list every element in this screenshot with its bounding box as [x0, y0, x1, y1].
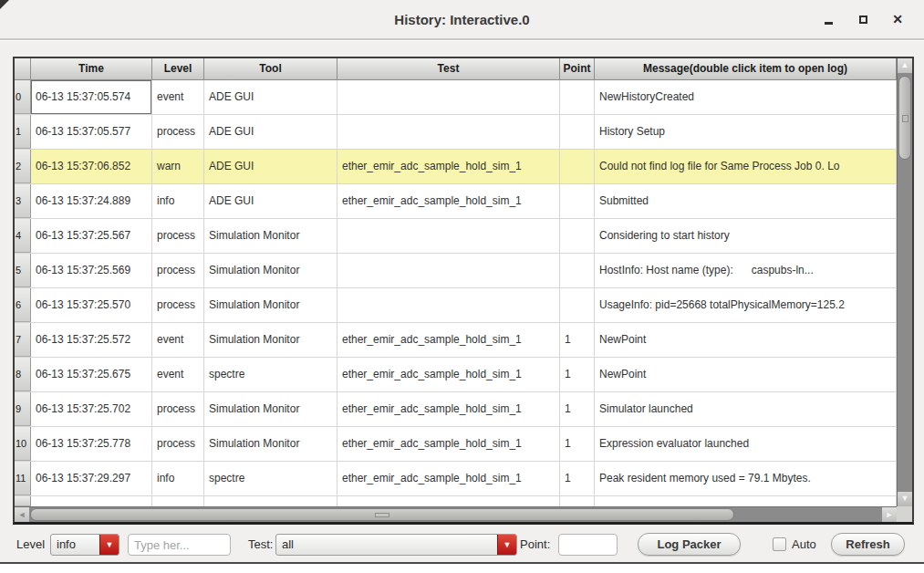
cell-level[interactable]: event [152, 323, 204, 357]
table-row[interactable]: 506-13 15:37:25.569processSimulation Mon… [15, 254, 897, 288]
cell-message[interactable]: Submitted [595, 184, 897, 218]
cell-tool[interactable]: Simulation Monitor [204, 288, 337, 322]
cell-point[interactable] [560, 150, 595, 183]
cell-test[interactable] [337, 288, 560, 322]
cell-level[interactable]: event [152, 358, 204, 391]
cell-message[interactable]: NewHistoryCreated [595, 80, 897, 114]
cell-level[interactable]: info [152, 462, 204, 495]
log-packer-button[interactable]: Log Packer [638, 533, 741, 556]
column-header-level[interactable]: Level [152, 58, 204, 79]
cell-time[interactable]: 06-13 15:37:25.778 [31, 427, 152, 461]
cell-time[interactable]: 06-13 15:37:05.574 [31, 80, 152, 114]
cell-level[interactable]: process [152, 115, 204, 149]
cell-level[interactable]: process [152, 392, 204, 426]
table-row[interactable]: 906-13 15:37:25.702processSimulation Mon… [15, 392, 897, 427]
cell-message[interactable]: NewPoint [595, 358, 897, 391]
auto-checkbox[interactable] [773, 537, 786, 551]
level-dropdown[interactable]: info ▼ [50, 534, 119, 556]
column-header-message[interactable]: Message(double click item to open log) [595, 58, 897, 79]
cell-message[interactable]: Peak resident memory used = 79.1 Mbytes. [595, 462, 897, 495]
cell-message[interactable]: Expression evaluator launched [595, 427, 897, 461]
cell-tool[interactable]: Simulation Monitor [204, 323, 337, 357]
close-button[interactable]: ✕ [888, 9, 908, 29]
cell-message[interactable]: Considering to start history [595, 219, 897, 253]
cell-message[interactable]: Could not find log file for Same Process… [595, 150, 897, 183]
cell-level[interactable]: event [152, 80, 204, 114]
cell-point[interactable] [560, 115, 595, 149]
cell-tool[interactable]: spectre [204, 358, 337, 391]
cell-time[interactable]: 06-13 15:37:06.852 [31, 150, 152, 183]
table-row[interactable]: 206-13 15:37:06.852warnADE GUIether_emir… [15, 150, 897, 184]
column-header-test[interactable]: Test [337, 58, 560, 79]
cell-test[interactable] [337, 115, 560, 149]
cell-point[interactable]: 1 [560, 392, 595, 426]
cell-point[interactable] [560, 288, 595, 322]
cell-level[interactable]: process [152, 288, 204, 322]
cell-test[interactable] [337, 254, 560, 287]
minimize-button[interactable] [818, 9, 838, 29]
maximize-button[interactable] [853, 9, 873, 29]
table-row[interactable]: 1006-13 15:37:25.778processSimulation Mo… [15, 427, 897, 462]
table-row[interactable]: 1106-13 15:37:29.297infospectreether_emi… [15, 462, 897, 496]
cell-level[interactable]: process [152, 254, 204, 287]
cell-test[interactable]: ether_emir_adc_sample_hold_sim_1 [337, 184, 560, 218]
cell-point[interactable] [560, 184, 595, 218]
cell-time[interactable]: 06-13 15:37:24.889 [31, 184, 152, 218]
refresh-button[interactable]: Refresh [831, 533, 905, 556]
cell-message[interactable]: History Setup [595, 115, 897, 149]
cell-test[interactable]: ether_emir_adc_sample_hold_sim_1 [337, 150, 560, 183]
cell-time[interactable]: 06-13 15:37:05.577 [31, 115, 152, 149]
scroll-up-icon[interactable]: ▲ [898, 58, 912, 73]
chevron-down-icon[interactable]: ▼ [497, 535, 516, 555]
cell-test[interactable] [337, 80, 560, 114]
cell-time[interactable]: 06-13 15:37:25.675 [31, 358, 152, 391]
column-header-index[interactable] [15, 58, 31, 79]
cell-time[interactable]: 06-13 15:37:25.702 [31, 392, 152, 426]
cell-point[interactable]: 1 [560, 462, 595, 495]
table-row[interactable]: 106-13 15:37:05.577processADE GUIHistory… [15, 115, 897, 150]
cell-tool[interactable]: Simulation Monitor [204, 254, 337, 287]
cell-tool[interactable]: ADE GUI [204, 80, 337, 114]
cell-time[interactable]: 06-13 15:37:25.569 [31, 254, 152, 287]
table-row[interactable]: 806-13 15:37:25.675eventspectreether_emi… [15, 358, 897, 392]
cell-level[interactable]: info [152, 184, 204, 218]
cell-tool[interactable]: Simulation Monitor [204, 392, 337, 426]
titlebar[interactable]: History: Interactive.0 ✕ [0, 0, 924, 40]
scroll-left-icon[interactable]: ◄ [15, 507, 29, 522]
scroll-down-icon[interactable]: ▼ [898, 492, 912, 506]
cell-tool[interactable]: Simulation Monitor [204, 427, 337, 461]
cell-level[interactable]: process [152, 219, 204, 253]
cell-message[interactable]: NewPoint [595, 323, 897, 357]
cell-time[interactable]: 06-13 15:37:29.297 [31, 462, 152, 495]
cell-point[interactable] [560, 80, 595, 114]
point-input[interactable] [558, 534, 618, 556]
vertical-scrollbar-thumb[interactable] [898, 76, 911, 160]
cell-point[interactable]: 1 [560, 323, 595, 357]
cell-point[interactable] [560, 254, 595, 287]
chevron-down-icon[interactable]: ▼ [99, 535, 119, 555]
column-header-point[interactable]: Point [560, 58, 595, 79]
cell-time[interactable]: 06-13 15:37:25.567 [31, 219, 152, 253]
table-row[interactable]: 006-13 15:37:05.574eventADE GUINewHistor… [15, 80, 897, 115]
scroll-right-icon[interactable]: ► [882, 507, 897, 522]
cell-level[interactable]: warn [152, 150, 204, 183]
cell-test[interactable]: ether_emir_adc_sample_hold_sim_1 [337, 323, 560, 357]
cell-time[interactable]: 06-13 15:37:25.570 [31, 288, 152, 322]
cell-message[interactable]: Simulator launched [595, 392, 897, 426]
column-header-time[interactable]: Time [31, 58, 152, 79]
table-row[interactable]: 706-13 15:37:25.572eventSimulation Monit… [15, 323, 897, 358]
table-row[interactable]: 606-13 15:37:25.570processSimulation Mon… [15, 288, 897, 323]
cell-test[interactable]: ether_emir_adc_sample_hold_sim_1 [337, 392, 560, 426]
cell-test[interactable] [337, 219, 560, 253]
vertical-scrollbar[interactable]: ▲ ▼ [897, 58, 912, 506]
cell-tool[interactable]: Simulation Monitor [204, 219, 337, 253]
cell-message[interactable]: HostInfo: Host name (type): caspubs-ln..… [595, 254, 897, 287]
horizontal-scrollbar[interactable]: ◄ ► [15, 506, 897, 522]
cell-point[interactable]: 1 [560, 427, 595, 461]
cell-message[interactable]: UsageInfo: pid=25668 totalPhysicalMemory… [595, 288, 897, 322]
horizontal-scrollbar-thumb[interactable] [30, 508, 734, 521]
cell-point[interactable]: 1 [560, 358, 595, 391]
column-header-tool[interactable]: Tool [204, 58, 337, 79]
cell-test[interactable]: ether_emir_adc_sample_hold_sim_1 [337, 358, 560, 391]
cell-tool[interactable]: ADE GUI [204, 115, 337, 149]
